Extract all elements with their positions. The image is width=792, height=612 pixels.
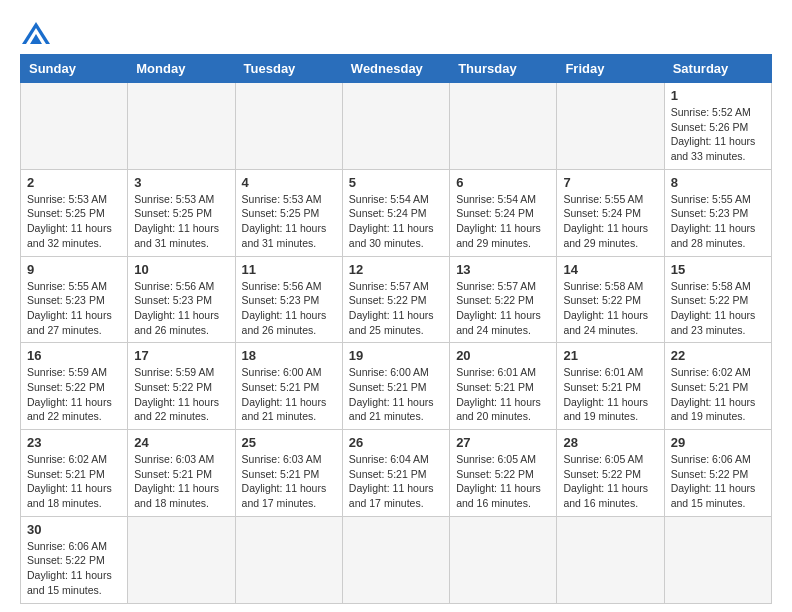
weekday-header-tuesday: Tuesday: [235, 55, 342, 83]
calendar-cell: 16Sunrise: 5:59 AM Sunset: 5:22 PM Dayli…: [21, 343, 128, 430]
calendar-cell: 17Sunrise: 5:59 AM Sunset: 5:22 PM Dayli…: [128, 343, 235, 430]
calendar-cell: 25Sunrise: 6:03 AM Sunset: 5:21 PM Dayli…: [235, 430, 342, 517]
weekday-header-sunday: Sunday: [21, 55, 128, 83]
calendar-cell: [21, 83, 128, 170]
calendar-cell: 24Sunrise: 6:03 AM Sunset: 5:21 PM Dayli…: [128, 430, 235, 517]
calendar-cell: 26Sunrise: 6:04 AM Sunset: 5:21 PM Dayli…: [342, 430, 449, 517]
header: [20, 16, 772, 46]
day-number: 13: [456, 262, 550, 277]
calendar-cell: 20Sunrise: 6:01 AM Sunset: 5:21 PM Dayli…: [450, 343, 557, 430]
calendar-cell: [664, 516, 771, 603]
calendar-cell: [342, 83, 449, 170]
day-number: 4: [242, 175, 336, 190]
day-info: Sunrise: 5:59 AM Sunset: 5:22 PM Dayligh…: [134, 365, 228, 424]
weekday-header-wednesday: Wednesday: [342, 55, 449, 83]
day-info: Sunrise: 5:54 AM Sunset: 5:24 PM Dayligh…: [349, 192, 443, 251]
calendar-cell: 30Sunrise: 6:06 AM Sunset: 5:22 PM Dayli…: [21, 516, 128, 603]
calendar-cell: 18Sunrise: 6:00 AM Sunset: 5:21 PM Dayli…: [235, 343, 342, 430]
calendar-cell: 19Sunrise: 6:00 AM Sunset: 5:21 PM Dayli…: [342, 343, 449, 430]
day-info: Sunrise: 6:04 AM Sunset: 5:21 PM Dayligh…: [349, 452, 443, 511]
day-number: 17: [134, 348, 228, 363]
calendar-cell: 28Sunrise: 6:05 AM Sunset: 5:22 PM Dayli…: [557, 430, 664, 517]
day-info: Sunrise: 6:05 AM Sunset: 5:22 PM Dayligh…: [456, 452, 550, 511]
day-info: Sunrise: 5:53 AM Sunset: 5:25 PM Dayligh…: [27, 192, 121, 251]
day-number: 27: [456, 435, 550, 450]
day-number: 15: [671, 262, 765, 277]
day-info: Sunrise: 5:55 AM Sunset: 5:23 PM Dayligh…: [27, 279, 121, 338]
day-number: 12: [349, 262, 443, 277]
day-number: 16: [27, 348, 121, 363]
weekday-header-monday: Monday: [128, 55, 235, 83]
day-info: Sunrise: 6:00 AM Sunset: 5:21 PM Dayligh…: [349, 365, 443, 424]
calendar-cell: [557, 516, 664, 603]
day-number: 11: [242, 262, 336, 277]
day-info: Sunrise: 6:03 AM Sunset: 5:21 PM Dayligh…: [242, 452, 336, 511]
day-info: Sunrise: 5:54 AM Sunset: 5:24 PM Dayligh…: [456, 192, 550, 251]
calendar-week-row: 23Sunrise: 6:02 AM Sunset: 5:21 PM Dayli…: [21, 430, 772, 517]
calendar-week-row: 16Sunrise: 5:59 AM Sunset: 5:22 PM Dayli…: [21, 343, 772, 430]
calendar-cell: 27Sunrise: 6:05 AM Sunset: 5:22 PM Dayli…: [450, 430, 557, 517]
calendar-cell: [557, 83, 664, 170]
calendar-cell: 23Sunrise: 6:02 AM Sunset: 5:21 PM Dayli…: [21, 430, 128, 517]
calendar-cell: 2Sunrise: 5:53 AM Sunset: 5:25 PM Daylig…: [21, 169, 128, 256]
calendar-cell: 9Sunrise: 5:55 AM Sunset: 5:23 PM Daylig…: [21, 256, 128, 343]
day-info: Sunrise: 6:02 AM Sunset: 5:21 PM Dayligh…: [27, 452, 121, 511]
day-number: 22: [671, 348, 765, 363]
calendar-cell: 11Sunrise: 5:56 AM Sunset: 5:23 PM Dayli…: [235, 256, 342, 343]
day-info: Sunrise: 6:02 AM Sunset: 5:21 PM Dayligh…: [671, 365, 765, 424]
calendar-cell: 21Sunrise: 6:01 AM Sunset: 5:21 PM Dayli…: [557, 343, 664, 430]
day-number: 1: [671, 88, 765, 103]
day-info: Sunrise: 6:00 AM Sunset: 5:21 PM Dayligh…: [242, 365, 336, 424]
logo-icon: [22, 22, 50, 44]
calendar-cell: 7Sunrise: 5:55 AM Sunset: 5:24 PM Daylig…: [557, 169, 664, 256]
calendar-cell: [450, 516, 557, 603]
day-info: Sunrise: 5:58 AM Sunset: 5:22 PM Dayligh…: [671, 279, 765, 338]
day-number: 5: [349, 175, 443, 190]
calendar-week-row: 9Sunrise: 5:55 AM Sunset: 5:23 PM Daylig…: [21, 256, 772, 343]
day-info: Sunrise: 6:01 AM Sunset: 5:21 PM Dayligh…: [456, 365, 550, 424]
day-info: Sunrise: 5:59 AM Sunset: 5:22 PM Dayligh…: [27, 365, 121, 424]
day-info: Sunrise: 5:53 AM Sunset: 5:25 PM Dayligh…: [134, 192, 228, 251]
day-number: 25: [242, 435, 336, 450]
calendar-week-row: 2Sunrise: 5:53 AM Sunset: 5:25 PM Daylig…: [21, 169, 772, 256]
calendar-cell: [235, 516, 342, 603]
day-number: 21: [563, 348, 657, 363]
day-number: 2: [27, 175, 121, 190]
weekday-header-saturday: Saturday: [664, 55, 771, 83]
weekday-header-row: SundayMondayTuesdayWednesdayThursdayFrid…: [21, 55, 772, 83]
day-info: Sunrise: 5:57 AM Sunset: 5:22 PM Dayligh…: [456, 279, 550, 338]
day-number: 6: [456, 175, 550, 190]
day-info: Sunrise: 6:05 AM Sunset: 5:22 PM Dayligh…: [563, 452, 657, 511]
calendar-week-row: 1Sunrise: 5:52 AM Sunset: 5:26 PM Daylig…: [21, 83, 772, 170]
day-info: Sunrise: 5:55 AM Sunset: 5:23 PM Dayligh…: [671, 192, 765, 251]
day-info: Sunrise: 6:06 AM Sunset: 5:22 PM Dayligh…: [671, 452, 765, 511]
day-info: Sunrise: 6:01 AM Sunset: 5:21 PM Dayligh…: [563, 365, 657, 424]
calendar-cell: [128, 83, 235, 170]
day-number: 18: [242, 348, 336, 363]
day-info: Sunrise: 5:56 AM Sunset: 5:23 PM Dayligh…: [134, 279, 228, 338]
day-number: 8: [671, 175, 765, 190]
day-number: 26: [349, 435, 443, 450]
calendar-cell: [342, 516, 449, 603]
calendar-cell: 6Sunrise: 5:54 AM Sunset: 5:24 PM Daylig…: [450, 169, 557, 256]
calendar-cell: 15Sunrise: 5:58 AM Sunset: 5:22 PM Dayli…: [664, 256, 771, 343]
calendar-cell: 3Sunrise: 5:53 AM Sunset: 5:25 PM Daylig…: [128, 169, 235, 256]
day-number: 24: [134, 435, 228, 450]
logo: [20, 16, 50, 46]
weekday-header-thursday: Thursday: [450, 55, 557, 83]
day-number: 28: [563, 435, 657, 450]
day-number: 10: [134, 262, 228, 277]
calendar-cell: 12Sunrise: 5:57 AM Sunset: 5:22 PM Dayli…: [342, 256, 449, 343]
day-info: Sunrise: 5:52 AM Sunset: 5:26 PM Dayligh…: [671, 105, 765, 164]
calendar-cell: 14Sunrise: 5:58 AM Sunset: 5:22 PM Dayli…: [557, 256, 664, 343]
day-info: Sunrise: 5:56 AM Sunset: 5:23 PM Dayligh…: [242, 279, 336, 338]
calendar-cell: 4Sunrise: 5:53 AM Sunset: 5:25 PM Daylig…: [235, 169, 342, 256]
calendar-cell: 8Sunrise: 5:55 AM Sunset: 5:23 PM Daylig…: [664, 169, 771, 256]
calendar-table: SundayMondayTuesdayWednesdayThursdayFrid…: [20, 54, 772, 604]
day-info: Sunrise: 5:53 AM Sunset: 5:25 PM Dayligh…: [242, 192, 336, 251]
day-number: 30: [27, 522, 121, 537]
day-info: Sunrise: 5:58 AM Sunset: 5:22 PM Dayligh…: [563, 279, 657, 338]
calendar-cell: [128, 516, 235, 603]
day-info: Sunrise: 6:06 AM Sunset: 5:22 PM Dayligh…: [27, 539, 121, 598]
calendar-cell: [450, 83, 557, 170]
